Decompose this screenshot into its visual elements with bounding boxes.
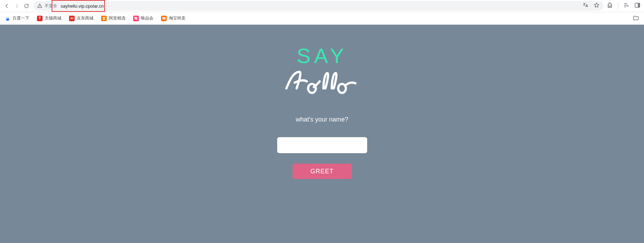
bookmark-label: 天猫商城 — [45, 15, 61, 21]
hello-script-icon — [284, 66, 361, 95]
jd-icon: JD — [69, 16, 75, 21]
bookmark-tmall[interactable]: T 天猫商城 — [37, 15, 61, 21]
security-label: 不安全 — [45, 3, 57, 9]
title-say: SAY — [297, 44, 348, 68]
all-bookmarks-icon[interactable] — [633, 15, 639, 22]
ali-icon — [101, 16, 107, 21]
toolbar-divider — [618, 2, 618, 9]
bookmark-label: 阿里精选 — [109, 15, 126, 21]
baidu-icon — [5, 16, 10, 21]
bookmarks-bar: 百度一下 T 天猫商城 JD 京东商城 阿里精选 唯 唯品会 淘 淘宝特卖 — [0, 12, 644, 25]
bookmark-jd[interactable]: JD 京东商城 — [69, 15, 93, 21]
reload-icon — [24, 3, 29, 9]
tmall-icon: T — [37, 16, 43, 21]
address-bar[interactable]: 不安全 sayhello.vip.cpolar.cn — [33, 1, 603, 11]
bookmark-label: 京东商城 — [77, 15, 93, 21]
bookmark-label: 百度一下 — [13, 15, 29, 21]
forward-button[interactable] — [12, 1, 22, 11]
bookmark-taobao[interactable]: 淘 淘宝特卖 — [161, 15, 185, 21]
browser-chrome: 不安全 sayhello.vip.cpolar.cn — [0, 0, 644, 12]
reload-button[interactable] — [22, 1, 31, 11]
svg-rect-1 — [638, 3, 640, 7]
extensions-icon[interactable] — [607, 2, 613, 10]
bookmark-baidu[interactable]: 百度一下 — [5, 15, 29, 21]
taobao-icon: 淘 — [161, 16, 167, 21]
bookmark-star-icon[interactable] — [593, 2, 600, 10]
page-content: SAY what's your name? GREET — [0, 25, 644, 243]
bookmark-label: 唯品会 — [141, 15, 153, 21]
translate-icon[interactable] — [582, 2, 589, 10]
prompt-text: what's your name? — [296, 116, 348, 123]
side-panel-icon[interactable] — [634, 2, 641, 10]
bookmark-ali[interactable]: 阿里精选 — [101, 15, 126, 21]
title-hello — [284, 66, 361, 96]
url-text: sayhello.vip.cpolar.cn — [61, 3, 104, 9]
bookmark-vip[interactable]: 唯 唯品会 — [133, 15, 153, 21]
vip-icon: 唯 — [133, 16, 139, 21]
name-input[interactable] — [277, 137, 367, 153]
arrow-left-icon — [4, 3, 10, 9]
back-button[interactable] — [2, 1, 12, 11]
greet-button[interactable]: GREET — [293, 164, 352, 179]
reading-list-icon[interactable] — [623, 2, 629, 10]
not-secure-icon — [37, 3, 43, 9]
chrome-toolbar-right — [607, 2, 642, 10]
arrow-right-icon — [14, 3, 20, 9]
bookmark-label: 淘宝特卖 — [169, 15, 185, 21]
